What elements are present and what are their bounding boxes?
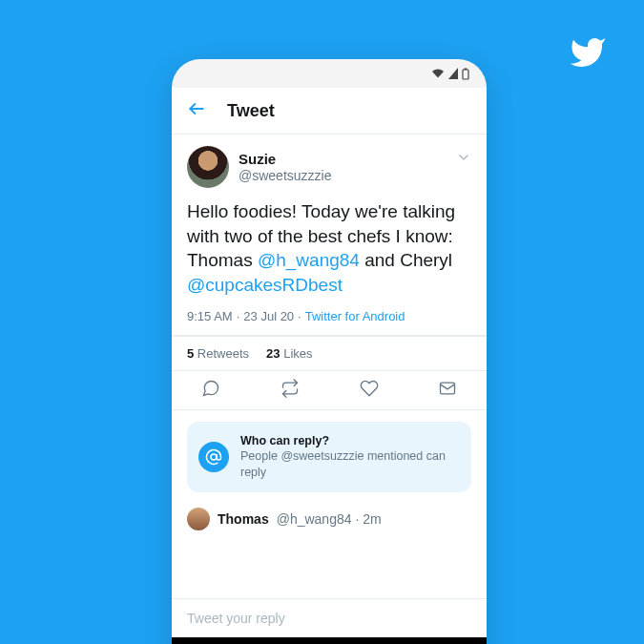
status-bar (172, 59, 487, 88)
tweet-text-segment: and Cheryl (360, 250, 452, 270)
reply-author-name: Thomas (218, 511, 269, 527)
svg-point-4 (211, 454, 217, 460)
app-topbar: Tweet (172, 88, 487, 135)
like-button[interactable] (360, 379, 379, 402)
tweet-header: Suzie @sweetsuzzzie (187, 146, 471, 188)
author-avatar[interactable] (187, 146, 229, 188)
reply-button[interactable] (201, 379, 220, 402)
retweet-button[interactable] (280, 379, 301, 402)
svg-rect-1 (465, 68, 467, 70)
compose-reply-input[interactable]: Tweet your reply (172, 598, 487, 637)
svg-rect-0 (463, 70, 468, 79)
tweet-date: 23 Jul 20 (243, 309, 294, 323)
reply-time: 2m (363, 511, 381, 527)
tweet-more-button[interactable] (456, 150, 471, 169)
share-button[interactable] (438, 379, 457, 402)
at-mention-icon (198, 442, 229, 472)
app-screen: Tweet Suzie @sweetsuzzzie Hello foodies!… (172, 88, 487, 637)
who-can-reply-card[interactable]: Who can reply? People @sweetsuzzzie ment… (187, 422, 471, 493)
battery-icon (462, 68, 469, 80)
tweet-text: Hello foodies! Today we're talking with … (187, 199, 471, 298)
svg-rect-3 (441, 383, 455, 394)
who-can-reply-title: Who can reply? (240, 433, 460, 449)
tweet-stats: 5 Retweets 23 Likes (172, 336, 487, 370)
page-title: Tweet (227, 101, 275, 121)
likes-stat[interactable]: 23 Likes (266, 346, 312, 361)
tweet-card: Suzie @sweetsuzzzie Hello foodies! Today… (172, 135, 487, 336)
author-name-block[interactable]: Suzie @sweetsuzzzie (239, 151, 331, 184)
reply-author-handle: @h_wang84 (277, 511, 352, 527)
tweet-time: 9:15 AM (187, 309, 233, 323)
mention-link[interactable]: @cupcakesRDbest (187, 275, 343, 295)
retweets-stat[interactable]: 5 Retweets (187, 346, 249, 361)
reply-avatar (187, 508, 210, 530)
author-display-name: Suzie (239, 151, 331, 168)
android-navbar (172, 637, 487, 644)
author-handle: @sweetsuzzzie (239, 168, 331, 184)
back-button[interactable] (187, 99, 206, 122)
cellular-icon (448, 68, 458, 79)
reply-preview[interactable]: Thomas @h_wang84 · 2m (172, 502, 487, 530)
wifi-icon (431, 68, 445, 79)
tweet-source[interactable]: Twitter for Android (305, 309, 405, 323)
twitter-logo-icon (565, 33, 611, 75)
phone-frame: Tweet Suzie @sweetsuzzzie Hello foodies!… (172, 59, 487, 644)
tweet-meta: 9:15 AM·23 Jul 20·Twitter for Android (187, 309, 471, 323)
who-can-reply-subtitle: People @sweetsuzzzie mentioned can reply (240, 448, 460, 481)
tweet-actions (172, 370, 487, 410)
mention-link[interactable]: @h_wang84 (258, 250, 360, 270)
